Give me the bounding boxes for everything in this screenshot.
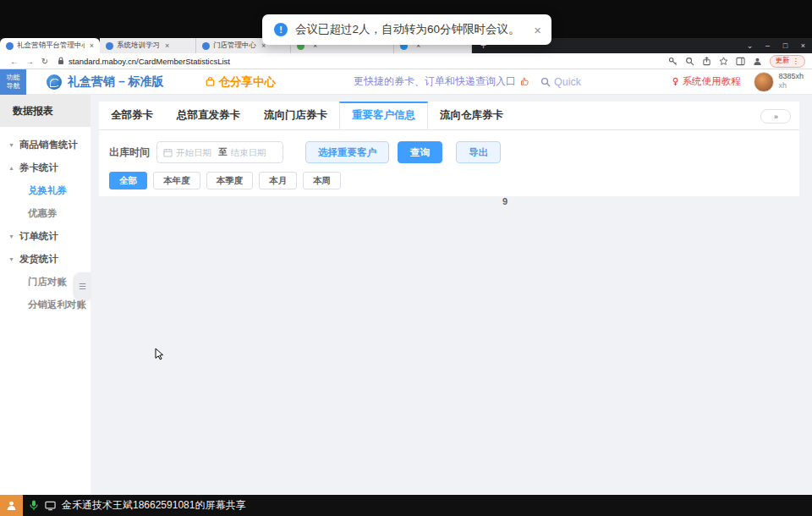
share-text: 金禾通技术王斌18662591081的屏幕共享 bbox=[62, 498, 245, 513]
quick-filter-本年度[interactable]: 本年度 bbox=[153, 172, 200, 189]
pagination: 共 250 条 30条/页 ▼ ‹ 123456•••9 › 前往 页 bbox=[99, 457, 799, 474]
quick-search-label: Quick bbox=[554, 76, 581, 88]
update-label: 更新 bbox=[776, 56, 790, 66]
shop-icon bbox=[205, 76, 216, 87]
info-icon: ! bbox=[274, 23, 288, 36]
sidebar-item-label: 优惠券 bbox=[28, 207, 58, 220]
tab-close-icon[interactable]: × bbox=[165, 41, 169, 50]
search-button[interactable]: 查询 bbox=[398, 141, 442, 163]
zoom-icon[interactable] bbox=[685, 57, 694, 66]
tab-title: 礼盒营销平台管理中心 bbox=[17, 41, 85, 51]
tutorial-label: 系统使用教程 bbox=[682, 75, 740, 88]
window-maximize-button[interactable]: □ bbox=[776, 38, 794, 53]
toast-message: 会议已超过2人，自动转为60分钟限时会议。 bbox=[295, 22, 520, 37]
lock-icon bbox=[58, 57, 64, 65]
expand-arrow-icon: ▲ bbox=[8, 165, 15, 171]
tab-favicon-icon bbox=[202, 42, 210, 50]
url-box[interactable]: standard.maboy.cn/CardMemberStatisticsLi… bbox=[58, 57, 668, 66]
tab-流向仓库券卡[interactable]: 流向仓库券卡 bbox=[428, 102, 515, 129]
end-date-input[interactable] bbox=[231, 147, 270, 157]
quick-filter-本季度[interactable]: 本季度 bbox=[206, 172, 254, 189]
back-button[interactable]: ← bbox=[7, 57, 22, 66]
date-range-input[interactable]: 至 bbox=[156, 141, 283, 163]
participant-icon[interactable] bbox=[0, 495, 23, 516]
sidebar-item-优惠券[interactable]: 优惠券 bbox=[0, 202, 91, 225]
quick-filter-row: 全部本年度本季度本月本周 bbox=[109, 172, 799, 189]
app-header: 功能 导航 礼盒营销 – 标准版 仓分享中心 更快捷的券卡、订单和快递查询入口 … bbox=[0, 69, 812, 95]
user-sub: xh bbox=[778, 81, 804, 90]
tab-重要客户信息[interactable]: 重要客户信息 bbox=[339, 102, 428, 129]
browser-tab[interactable]: 礼盒营销平台管理中心× bbox=[0, 38, 100, 53]
profile-icon[interactable] bbox=[753, 57, 762, 66]
reload-button[interactable]: ↻ bbox=[37, 57, 52, 66]
pointer-hand-icon bbox=[520, 77, 529, 86]
func-nav-line1: 功能 bbox=[7, 74, 20, 82]
url-text: standard.maboy.cn/CardMemberStatisticsLi… bbox=[69, 57, 230, 66]
sidebar-item-label: 发货统计 bbox=[19, 253, 58, 266]
quick-filter-本周[interactable]: 本周 bbox=[303, 172, 341, 189]
tab-favicon-icon bbox=[106, 42, 113, 50]
expand-arrow-icon: ▼ bbox=[8, 142, 15, 148]
share-center-label: 仓分享中心 bbox=[219, 74, 277, 90]
search-icon bbox=[540, 77, 551, 87]
date-separator: 至 bbox=[218, 146, 228, 158]
toolbar-icons bbox=[668, 57, 762, 66]
sidebar-item-兑换礼券[interactable]: 兑换礼券 bbox=[0, 179, 91, 202]
filter-row: 出库时间 至 选择重要客户 查询 导出 bbox=[109, 141, 799, 163]
user-names: 8385xh xh bbox=[778, 73, 804, 90]
filter-label: 出库时间 bbox=[109, 145, 150, 160]
forward-button[interactable]: → bbox=[22, 57, 37, 66]
tab-search-icon[interactable]: ⌄ bbox=[741, 38, 759, 53]
tab-总部直发券卡[interactable]: 总部直发券卡 bbox=[165, 102, 252, 129]
export-button[interactable]: 导出 bbox=[456, 141, 501, 163]
toast-close-icon[interactable]: × bbox=[534, 24, 541, 36]
quick-filter-本月[interactable]: 本月 bbox=[259, 172, 297, 189]
screen-share-icon[interactable] bbox=[45, 501, 56, 511]
sidebar-item-发货统计[interactable]: ▼发货统计 bbox=[0, 248, 91, 271]
quick-filter-全部[interactable]: 全部 bbox=[109, 172, 147, 189]
side-panel-icon[interactable] bbox=[736, 57, 745, 66]
password-key-icon[interactable] bbox=[668, 57, 678, 66]
chrome-update-button[interactable]: 更新 ⋮ bbox=[770, 55, 806, 68]
user-avatar[interactable] bbox=[754, 72, 774, 92]
expand-panel-button[interactable]: » bbox=[760, 109, 791, 124]
window-minimize-button[interactable]: – bbox=[759, 38, 776, 53]
share-icon[interactable] bbox=[702, 57, 711, 66]
bookmark-star-icon[interactable] bbox=[719, 57, 728, 66]
sidebar-item-券卡统计[interactable]: ▲券卡统计 bbox=[0, 156, 91, 179]
sidebar-item-商品销售统计[interactable]: ▼商品销售统计 bbox=[0, 134, 91, 156]
tutorial-link[interactable]: 系统使用教程 bbox=[672, 75, 740, 88]
brand-name: 礼盒营销 – 标准版 bbox=[68, 74, 164, 90]
share-center-link[interactable]: 仓分享中心 bbox=[205, 74, 277, 90]
sidebar-collapse-handle[interactable]: ☰ bbox=[74, 272, 91, 299]
pagination-page-9[interactable]: 9 bbox=[99, 196, 812, 516]
sidebar-item-label: 订单统计 bbox=[19, 230, 58, 243]
browser-tab[interactable]: 系统培训学习× bbox=[100, 38, 196, 53]
quick-entry-text[interactable]: 更快捷的券卡、订单和快递查询入口 bbox=[354, 74, 516, 89]
browser-menu-icon[interactable]: ⋮ bbox=[793, 57, 800, 65]
tab-close-icon[interactable]: × bbox=[90, 41, 94, 50]
sidebar-item-label: 门店对账 bbox=[28, 276, 67, 288]
sidebar-item-label: 兑换礼券 bbox=[28, 184, 67, 197]
sidebar-item-label: 商品销售统计 bbox=[19, 139, 78, 151]
func-nav-line2: 导航 bbox=[7, 82, 20, 91]
tab-全部券卡[interactable]: 全部券卡 bbox=[99, 102, 165, 129]
tab-流向门店券卡[interactable]: 流向门店券卡 bbox=[252, 102, 339, 129]
calendar-icon bbox=[163, 148, 173, 157]
start-date-input[interactable] bbox=[176, 147, 215, 157]
function-nav-button[interactable]: 功能 导航 bbox=[0, 69, 26, 95]
content-tabs: 全部券卡总部直发券卡流向门店券卡重要客户信息流向仓库券卡» bbox=[99, 102, 799, 130]
window-close-button[interactable]: × bbox=[794, 38, 812, 53]
page-body: 数据报表 ▼商品销售统计▲券卡统计兑换礼券优惠券▼订单统计▼发货统计门店对账分销… bbox=[0, 95, 812, 495]
username: 8385xh bbox=[778, 73, 804, 81]
quick-search-button[interactable]: Quick bbox=[540, 76, 581, 88]
select-customer-button[interactable]: 选择重要客户 bbox=[305, 141, 389, 163]
microphone-icon[interactable] bbox=[30, 500, 38, 511]
expand-arrow-icon: ▼ bbox=[8, 233, 15, 239]
pin-icon bbox=[672, 77, 679, 86]
sidebar-item-订单统计[interactable]: ▼订单统计 bbox=[0, 225, 91, 248]
tab-title: 门店管理中心 bbox=[213, 41, 256, 51]
window-controls: ⌄ – □ × bbox=[741, 38, 812, 53]
sidebar-item-label: 分销返利对账 bbox=[28, 299, 86, 311]
brand-logo-icon bbox=[47, 74, 62, 90]
